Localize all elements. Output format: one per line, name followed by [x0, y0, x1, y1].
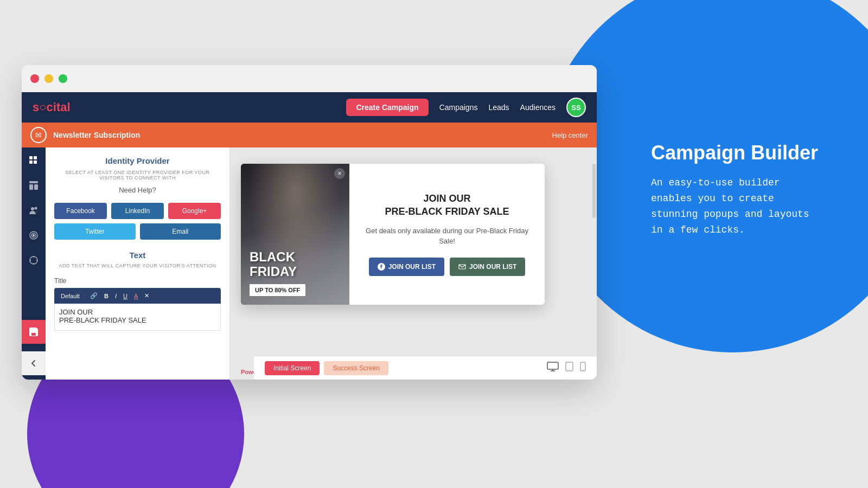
subscription-label: Newsletter Subscription — [53, 131, 140, 139]
device-icons — [547, 362, 586, 374]
popup-facebook-button[interactable]: JOIN OUR LIST — [369, 258, 444, 276]
popup-title: JOIN OUR PRE-BLACK FRIDAY SALE — [385, 192, 509, 218]
need-help-text: Need Help? — [54, 186, 221, 194]
toolbar-clear-icon[interactable]: ✕ — [142, 291, 151, 300]
main-content: Identity Provider Select at least one id… — [22, 147, 597, 380]
identity-provider-title: Identity Provider — [54, 156, 221, 165]
facebook-button[interactable]: Facebook — [54, 203, 107, 219]
popup-buttons: JOIN OUR LIST JOIN OUR LIST — [369, 258, 526, 276]
popup-image-overlay: BLACK FRIDAY UP TO 80% OFF — [241, 241, 349, 305]
svg-rect-3 — [34, 160, 37, 164]
window-close-button[interactable] — [30, 74, 39, 83]
popup-preview: × BLACK FRIDAY UP TO 80% OFF JOIN OUR PR… — [241, 164, 545, 305]
svg-rect-0 — [29, 156, 33, 159]
mobile-device-icon[interactable] — [580, 362, 586, 374]
back-button[interactable] — [22, 351, 46, 375]
text-toolbar: Default : 🔗 B I U A ✕ — [54, 288, 221, 304]
identity-buttons-row2: Twitter Email — [54, 223, 221, 240]
create-campaign-button[interactable]: Create Campaign — [346, 99, 428, 116]
svg-rect-2 — [29, 160, 33, 164]
toolbar-font[interactable]: Default — [59, 292, 82, 300]
svg-point-20 — [583, 369, 584, 370]
campaign-builder-section: Campaign Builder An easy-to-use builder … — [651, 141, 825, 237]
sidebar-icon-goal[interactable] — [25, 252, 42, 269]
text-editor[interactable]: JOIN OUR PRE-BLACK FRIDAY SALE — [54, 304, 221, 331]
window-minimize-button[interactable] — [44, 74, 53, 83]
popup-email-button[interactable]: JOIN OUR LIST — [450, 258, 525, 276]
sidebar-icon-target[interactable] — [25, 227, 42, 244]
toolbar-sep1: : — [84, 293, 86, 299]
toolbar-link-icon[interactable]: 🔗 — [88, 291, 100, 300]
sidebar-icon-users[interactable] — [25, 202, 42, 219]
success-screen-tab[interactable]: Success Screen — [324, 361, 388, 375]
initial-screen-tab[interactable]: Initial Screen — [265, 361, 320, 375]
popup-description: Get deals only available during our Pre-… — [360, 226, 534, 247]
email-button[interactable]: Email — [140, 223, 221, 240]
nav-link-campaigns[interactable]: Campaigns — [439, 103, 478, 112]
popup-sale-badge: UP TO 80% OFF — [250, 284, 305, 296]
toolbar-italic-icon[interactable]: I — [113, 292, 119, 300]
popup-close-icon: × — [337, 170, 341, 177]
subscription-bar: ✉ Newsletter Subscription Help center — [22, 123, 597, 147]
text-section-title: Text — [54, 251, 221, 260]
help-center-link[interactable]: Help center — [552, 131, 588, 139]
screen-tabs: Initial Screen Success Screen — [265, 361, 388, 375]
toolbar-underline-icon[interactable]: U — [121, 292, 130, 300]
text-content-line1: JOIN OUR — [59, 308, 216, 316]
preview-area: × BLACK FRIDAY UP TO 80% OFF JOIN OUR PR… — [230, 147, 597, 380]
browser-titlebar — [22, 65, 597, 92]
svg-rect-6 — [34, 184, 38, 190]
toolbar-bold-icon[interactable]: B — [102, 292, 111, 300]
text-section-subtitle: Add text that will capture your visitor'… — [54, 263, 221, 268]
popup-close-button[interactable]: × — [334, 168, 345, 179]
logo-text: ○cital — [39, 100, 70, 114]
svg-point-8 — [35, 207, 37, 210]
avatar[interactable]: SS — [566, 98, 586, 117]
sidebar-icon-layout[interactable] — [25, 177, 42, 194]
popup-title-line2: PRE-BLACK FRIDAY SALE — [385, 206, 509, 218]
svg-rect-14 — [31, 328, 35, 330]
sidebar-icon-grid[interactable] — [25, 152, 42, 169]
text-content-line2: PRE-BLACK FRIDAY SALE — [59, 316, 216, 324]
bottom-bar: Initial Screen Success Screen — [254, 356, 597, 380]
scroll-indicator[interactable] — [592, 164, 596, 218]
window-maximize-button[interactable] — [59, 74, 67, 83]
svg-point-12 — [30, 256, 37, 264]
app-navbar: s○cital Create Campaign Campaigns Leads … — [22, 92, 597, 123]
desktop-device-icon[interactable] — [547, 362, 559, 374]
facebook-icon — [378, 263, 385, 271]
app-logo: s○cital — [33, 100, 346, 114]
svg-rect-5 — [29, 184, 33, 190]
popup-image: × BLACK FRIDAY UP TO 80% OFF — [241, 164, 349, 305]
identity-buttons-row1: Facebook LinkedIn Google+ — [54, 203, 221, 219]
svg-point-11 — [33, 235, 35, 236]
nav-link-leads[interactable]: Leads — [488, 103, 509, 112]
mail-icon: ✉ — [30, 127, 47, 143]
popup-facebook-label: JOIN OUR LIST — [388, 263, 436, 271]
twitter-button[interactable]: Twitter — [54, 223, 136, 240]
linkedin-button[interactable]: LinkedIn — [111, 203, 164, 219]
popup-content: JOIN OUR PRE-BLACK FRIDAY SALE Get deals… — [349, 164, 545, 305]
svg-point-7 — [31, 207, 34, 210]
popup-image-headline2: FRIDAY — [250, 265, 341, 279]
email-icon — [458, 263, 466, 271]
popup-image-headline1: BLACK — [250, 250, 341, 264]
toolbar-color-icon[interactable]: A — [132, 292, 140, 300]
svg-rect-13 — [31, 333, 36, 336]
logo-dot: s — [33, 100, 39, 114]
nav-link-audiences[interactable]: Audiences — [520, 103, 556, 112]
svg-point-18 — [569, 369, 570, 370]
google-button[interactable]: Google+ — [168, 203, 221, 219]
left-panel: Identity Provider Select at least one id… — [46, 147, 230, 380]
campaign-builder-title: Campaign Builder — [651, 141, 825, 164]
svg-rect-1 — [34, 156, 37, 159]
save-button[interactable] — [22, 320, 46, 344]
popup-email-label: JOIN OUR LIST — [469, 263, 516, 271]
identity-provider-subtitle: Select at least one identity provider fo… — [54, 170, 221, 181]
tablet-device-icon[interactable] — [565, 362, 573, 374]
subscription-bar-left: ✉ Newsletter Subscription — [30, 127, 140, 143]
popup-title-line1: JOIN OUR — [385, 192, 509, 205]
sidebar-icons — [22, 147, 46, 380]
nav-items: Create Campaign Campaigns Leads Audience… — [346, 98, 586, 117]
campaign-builder-description: An easy-to-use builder enables you to cr… — [651, 175, 825, 237]
